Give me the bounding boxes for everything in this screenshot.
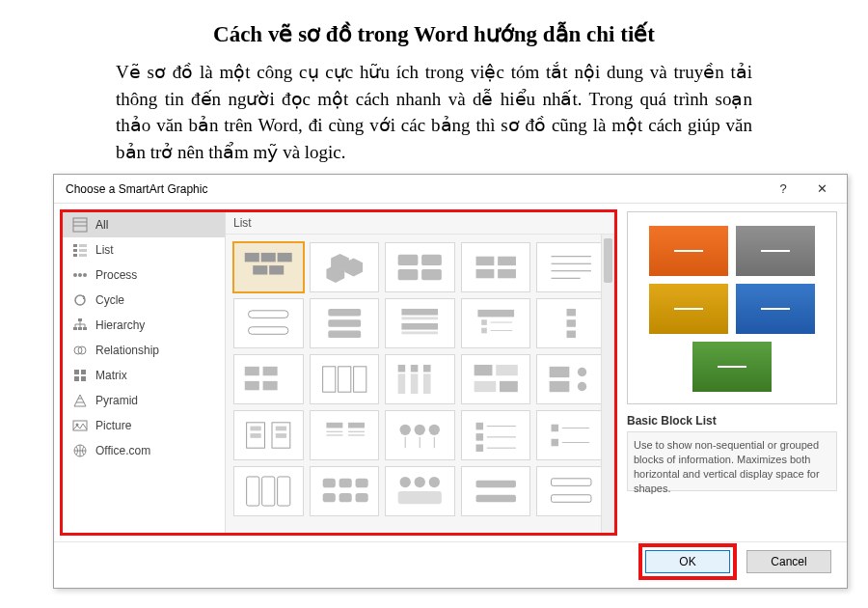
svg-rect-47: [328, 319, 361, 327]
gallery-scroll: [226, 235, 614, 533]
relationship-icon: [72, 343, 88, 358]
category-process[interactable]: Process: [63, 263, 225, 288]
svg-rect-110: [247, 477, 259, 506]
svg-rect-123: [475, 481, 515, 488]
svg-point-98: [429, 425, 440, 435]
svg-rect-63: [263, 367, 278, 375]
smartart-thumb[interactable]: [310, 354, 380, 404]
category-label: Pyramid: [95, 394, 138, 407]
category-label: List: [95, 243, 114, 257]
preview-block: [649, 284, 728, 334]
preview-block: [736, 226, 815, 276]
picture-icon: [72, 418, 88, 433]
category-cycle[interactable]: Cycle: [63, 288, 225, 313]
cancel-button[interactable]: Cancel: [746, 550, 831, 573]
svg-rect-91: [348, 423, 365, 428]
svg-rect-76: [475, 381, 497, 392]
svg-rect-53: [477, 310, 514, 318]
smartart-thumb-basic-block-list[interactable]: [233, 242, 304, 292]
svg-point-121: [429, 477, 440, 487]
category-officecom[interactable]: Office.com: [63, 438, 225, 463]
category-pyramid[interactable]: Pyramid: [63, 388, 225, 413]
category-label: Picture: [95, 419, 131, 432]
category-hierarchy[interactable]: Hierarchy: [63, 313, 225, 338]
svg-rect-0: [73, 218, 87, 232]
smartart-thumb[interactable]: [233, 298, 304, 348]
smartart-thumb[interactable]: [310, 466, 380, 516]
smartart-thumb[interactable]: [461, 242, 531, 292]
svg-rect-70: [411, 365, 419, 373]
smartart-thumb[interactable]: [536, 410, 607, 460]
ok-button[interactable]: OK: [645, 550, 730, 573]
svg-point-94: [400, 425, 411, 435]
gallery-scrollbar[interactable]: [601, 235, 614, 533]
category-relationship[interactable]: Relationship: [63, 338, 225, 363]
smartart-thumb[interactable]: [536, 298, 607, 348]
smartart-thumb[interactable]: [385, 242, 455, 292]
svg-rect-36: [475, 257, 494, 265]
svg-rect-86: [276, 427, 286, 431]
smartart-thumb[interactable]: [461, 466, 531, 516]
smartart-thumb[interactable]: [385, 354, 455, 404]
svg-rect-106: [552, 425, 559, 432]
category-label: Cycle: [95, 293, 124, 307]
svg-rect-67: [353, 367, 366, 392]
help-button[interactable]: ?: [764, 175, 802, 204]
svg-rect-25: [261, 253, 276, 262]
svg-rect-35: [421, 269, 442, 280]
smartart-thumb[interactable]: [536, 354, 607, 404]
svg-rect-73: [423, 373, 431, 394]
smartart-thumb[interactable]: [233, 466, 304, 516]
svg-rect-125: [552, 479, 591, 486]
smartart-thumb[interactable]: [310, 242, 380, 292]
scrollbar-thumb[interactable]: [604, 238, 612, 283]
svg-rect-12: [73, 327, 77, 330]
svg-rect-69: [398, 373, 406, 394]
svg-rect-59: [567, 319, 576, 327]
svg-rect-122: [398, 491, 442, 504]
smartart-thumb[interactable]: [385, 298, 455, 348]
smartart-thumb[interactable]: [461, 410, 531, 460]
svg-rect-14: [83, 327, 87, 330]
smartart-thumb[interactable]: [233, 410, 304, 460]
smartart-thumb[interactable]: [385, 466, 455, 516]
smartart-thumb[interactable]: [461, 298, 531, 348]
svg-point-120: [415, 477, 425, 487]
process-icon: [72, 267, 88, 283]
svg-point-9: [83, 273, 87, 277]
smartart-thumb[interactable]: [310, 410, 380, 460]
dialog-title: Choose a SmartArt Graphic: [66, 182, 207, 196]
category-picture[interactable]: Picture: [63, 413, 225, 438]
close-button[interactable]: ✕: [802, 175, 841, 204]
smartart-thumb[interactable]: [385, 410, 455, 460]
svg-rect-116: [322, 493, 335, 502]
svg-rect-118: [355, 493, 367, 502]
preview-block: [692, 342, 772, 392]
svg-point-7: [73, 273, 77, 277]
category-list-item[interactable]: List: [63, 237, 225, 263]
svg-rect-52: [402, 331, 439, 334]
svg-rect-1: [73, 244, 77, 247]
svg-rect-4: [79, 244, 87, 247]
svg-rect-28: [269, 265, 284, 274]
svg-rect-58: [567, 309, 576, 317]
category-matrix[interactable]: Matrix: [63, 363, 225, 388]
svg-rect-49: [402, 309, 439, 316]
preview-block: [736, 284, 815, 334]
smartart-thumb[interactable]: [536, 466, 607, 516]
smartart-thumb[interactable]: [233, 354, 304, 404]
svg-rect-54: [481, 319, 487, 325]
category-all[interactable]: All: [63, 212, 225, 237]
smartart-thumb[interactable]: [310, 298, 380, 348]
svg-rect-74: [475, 365, 493, 375]
svg-rect-100: [475, 423, 483, 430]
svg-rect-3: [73, 254, 77, 257]
smartart-thumb[interactable]: [461, 354, 531, 404]
svg-point-8: [78, 273, 82, 277]
smartart-thumb[interactable]: [536, 242, 607, 292]
svg-rect-87: [276, 433, 286, 438]
preview-description: Use to show non-sequential or grouped bl…: [627, 431, 837, 491]
svg-rect-55: [481, 328, 487, 334]
svg-rect-126: [552, 495, 591, 503]
preview-pane: Basic Block List Use to show non-sequent…: [617, 204, 847, 541]
